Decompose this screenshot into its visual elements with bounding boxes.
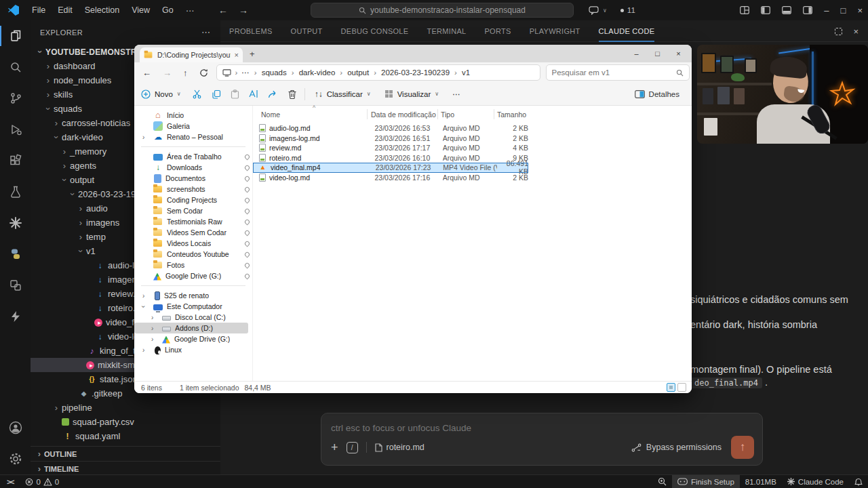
toggle-panel-icon[interactable] xyxy=(782,6,791,14)
pinned-nav-item[interactable]: Coding Projects xyxy=(134,195,252,205)
breadcrumb-item[interactable]: v1 xyxy=(462,68,470,77)
rename-button[interactable] xyxy=(245,89,264,98)
file-row[interactable]: roteiro.md 23/03/2026 16:10 Arquivo MD 9… xyxy=(253,153,528,163)
outline-section[interactable]: OUTLINE xyxy=(31,446,220,461)
pinned-nav-item[interactable]: Videos Locais xyxy=(134,238,252,249)
details-toggle[interactable]: Detalhes xyxy=(635,90,679,98)
new-tab-button[interactable]: + xyxy=(250,49,255,59)
panel-tab[interactable]: OUTPUT xyxy=(291,20,323,42)
panel-tab[interactable]: PORTS xyxy=(484,20,511,42)
details-view-toggle[interactable] xyxy=(667,383,675,392)
up-arrow-icon[interactable]: ↑ xyxy=(183,68,188,78)
explorer-titlebar[interactable]: D:\Coding Projects\youtube-c × + – □ × xyxy=(134,45,692,62)
maximize-button[interactable]: □ xyxy=(647,49,668,58)
copy-button[interactable] xyxy=(207,89,226,99)
forward-arrow-icon[interactable]: → xyxy=(163,68,172,78)
timeline-section[interactable]: TIMELINE xyxy=(31,461,220,474)
breadcrumb-item[interactable]: ⋯ xyxy=(241,68,261,77)
claude-prompt-input[interactable] xyxy=(331,419,670,436)
back-arrow-icon[interactable]: ← xyxy=(142,68,151,78)
problems-status[interactable]: 0 0 xyxy=(20,478,64,486)
menu-item[interactable]: Edit xyxy=(52,5,79,16)
pinned-nav-item[interactable]: Videos Sem Codar xyxy=(134,227,252,238)
column-header-name[interactable]: Nome xyxy=(261,110,280,119)
breadcrumb-item[interactable]: output xyxy=(347,68,381,77)
pinned-nav-item[interactable]: Área de Trabalho xyxy=(134,151,252,162)
pinned-nav-item[interactable]: Documentos xyxy=(134,173,252,184)
zoom-status[interactable] xyxy=(652,475,672,488)
files-icon[interactable] xyxy=(0,20,31,52)
run-debug-icon[interactable] xyxy=(0,114,31,145)
bypass-permissions-toggle[interactable]: Bypass permissions xyxy=(631,443,722,452)
pinned-nav-item[interactable]: screenshots xyxy=(134,184,252,195)
add-attachment-icon[interactable]: + xyxy=(331,441,338,455)
settings-gear-icon[interactable] xyxy=(0,443,31,474)
device-nav-item[interactable]: S25 de renato xyxy=(134,290,252,301)
file-row[interactable]: review.md 23/03/2026 17:17 Arquivo MD 4 … xyxy=(253,143,528,153)
maximize-panel-icon[interactable] xyxy=(835,28,842,35)
device-nav-item[interactable]: Addons (D:) xyxy=(134,323,248,333)
remote-indicator-icon[interactable]: >< xyxy=(0,478,20,486)
account-icon[interactable] xyxy=(0,412,31,443)
file-row[interactable]: video-log.md 23/03/2026 17:16 Arquivo MD… xyxy=(253,173,528,183)
close-tab-icon[interactable]: × xyxy=(235,51,239,59)
close-panel-icon[interactable]: × xyxy=(853,26,859,37)
claude-code-status[interactable]: Claude Code xyxy=(782,475,849,488)
testing-flask-icon[interactable] xyxy=(0,176,31,207)
file-row[interactable]: video_final.mp4 23/03/2026 17:23 MP4 Vid… xyxy=(253,163,528,173)
forward-arrow-icon[interactable]: → xyxy=(239,5,248,16)
more-button[interactable]: ⋯ xyxy=(446,89,467,99)
update-badge[interactable]: 11 xyxy=(620,6,635,14)
breadcrumb-item[interactable]: squads xyxy=(262,68,299,77)
back-arrow-icon[interactable]: ← xyxy=(218,5,228,16)
tree-item[interactable]: squad.yaml xyxy=(31,429,220,443)
minimize-button[interactable]: – xyxy=(626,49,647,58)
layout-grid-icon[interactable] xyxy=(740,6,749,14)
copilot-chat-icon[interactable] xyxy=(589,6,599,15)
pinned-nav-item[interactable]: Sem Codar xyxy=(134,205,252,216)
breadcrumb-item[interactable]: 2026-03-23-190239 xyxy=(381,68,462,77)
pinned-nav-item[interactable]: Fotos xyxy=(134,260,252,270)
close-button[interactable]: × xyxy=(857,5,863,16)
refresh-icon[interactable] xyxy=(199,68,208,77)
extensions-icon[interactable] xyxy=(0,145,31,176)
nav-item[interactable]: Renato – Pessoal xyxy=(134,131,252,142)
toggle-sidebar-icon[interactable] xyxy=(761,6,770,14)
explorer-search-input[interactable] xyxy=(552,68,676,77)
memory-status[interactable]: 81.01MB xyxy=(740,475,782,488)
sort-button[interactable]: ↑↓ Classificar ∨ xyxy=(308,89,378,99)
menu-item[interactable]: View xyxy=(125,5,156,16)
explorer-search[interactable] xyxy=(546,64,690,81)
panel-tab[interactable]: DEBUG CONSOLE xyxy=(341,20,409,42)
cut-button[interactable] xyxy=(188,89,207,99)
panel-tab[interactable]: TERMINAL xyxy=(427,20,466,42)
new-button[interactable]: Novo ∨ xyxy=(134,89,188,99)
panel-tab[interactable]: PLAYWRIGHT xyxy=(530,20,580,42)
device-nav-item[interactable]: Linux xyxy=(134,344,252,355)
large-icons-view-toggle[interactable] xyxy=(677,383,686,392)
notifications-bell-icon[interactable] xyxy=(849,475,868,488)
column-header-type[interactable]: Tipo xyxy=(441,110,454,119)
menu-item[interactable]: Selection xyxy=(79,5,125,16)
chevron-down-icon[interactable]: ∨ xyxy=(603,7,607,14)
file-row[interactable]: imagens-log.md 23/03/2026 16:51 Arquivo … xyxy=(253,134,528,144)
device-nav-item[interactable]: Google Drive (G:) xyxy=(134,333,252,344)
send-button[interactable]: ↑ xyxy=(731,436,754,459)
search-icon[interactable] xyxy=(0,52,31,83)
nav-item[interactable]: Início xyxy=(134,110,252,121)
toggle-secondary-sidebar-icon[interactable] xyxy=(803,6,812,14)
view-button[interactable]: Visualizar ∨ xyxy=(378,89,446,98)
menu-item[interactable]: Go xyxy=(156,5,180,16)
flash-icon[interactable] xyxy=(0,301,31,332)
explorer-tab[interactable]: D:\Coding Projects\youtube-c × xyxy=(140,47,243,62)
breadcrumb-item[interactable]: dark-video xyxy=(299,68,348,77)
pinned-nav-item[interactable]: Downloads xyxy=(134,162,252,173)
file-row[interactable]: audio-log.md 23/03/2026 16:53 Arquivo MD… xyxy=(253,123,528,134)
menu-item[interactable]: ⋯ xyxy=(180,5,201,16)
panel-tab[interactable]: PROBLEMS xyxy=(229,20,273,42)
tree-item[interactable]: pipeline xyxy=(31,401,220,415)
share-button[interactable] xyxy=(264,89,283,98)
pinned-nav-item[interactable]: Conteudos Youtube xyxy=(134,249,252,260)
pinned-nav-item[interactable]: Testimonials Raw xyxy=(134,216,252,227)
minimize-button[interactable]: – xyxy=(824,5,829,16)
